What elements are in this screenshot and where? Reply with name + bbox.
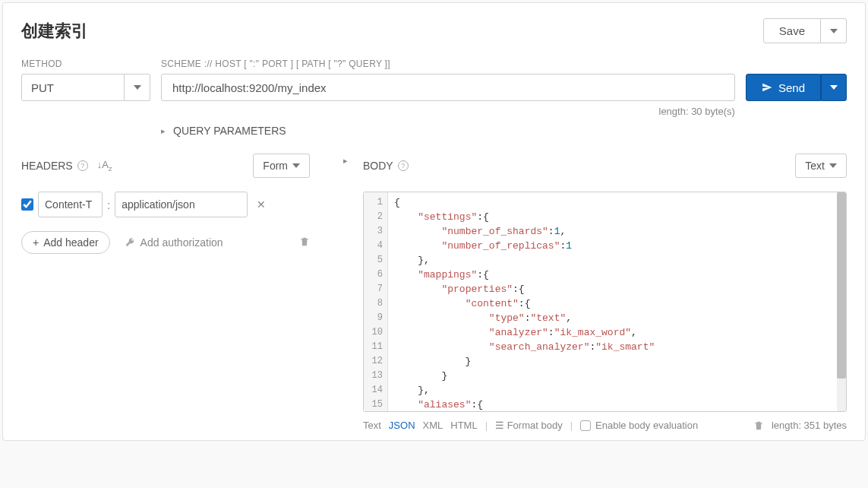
query-parameters-toggle[interactable]: ▸ QUERY PARAMETERS	[161, 125, 847, 137]
colon-separator: :	[107, 198, 110, 211]
body-panel: ▸ BODY ? Text 123456789101112131415 { "s…	[333, 154, 847, 431]
send-group: Send	[746, 74, 847, 101]
scrollbar-vertical[interactable]	[837, 192, 846, 411]
line-gutter: 123456789101112131415	[364, 192, 388, 411]
panels: HEADERS ? ↓AZ Form : ✕ + Add h	[21, 154, 847, 431]
method-select[interactable]: PUT	[21, 74, 150, 101]
chevron-down-icon	[830, 85, 838, 90]
add-authorization-button[interactable]: Add authorization	[125, 236, 223, 249]
clear-headers-icon[interactable]	[299, 236, 310, 249]
header-row: : ✕	[21, 192, 310, 217]
body-title: BODY	[363, 160, 393, 172]
body-title-group: BODY ?	[363, 160, 409, 172]
help-icon[interactable]: ?	[398, 160, 409, 171]
scheme-label: SCHEME :// HOST [ ":" PORT ] [ PATH [ "?…	[161, 59, 735, 69]
send-label: Send	[778, 81, 805, 94]
scrollbar-thumb[interactable]	[837, 192, 846, 379]
separator: |	[485, 420, 488, 431]
url-input[interactable]	[161, 74, 735, 101]
key-icon	[125, 237, 136, 248]
remove-header-icon[interactable]: ✕	[257, 198, 266, 211]
save-button[interactable]: Save	[763, 18, 821, 43]
code-area[interactable]: { "settings":{ "number_of_shards":1, "nu…	[388, 192, 846, 411]
titlebar: 创建索引 Save	[21, 18, 847, 43]
headers-actions: + Add header Add authorization	[21, 231, 310, 254]
send-spacer	[746, 59, 847, 69]
separator: |	[570, 420, 573, 431]
chevron-down-icon	[830, 29, 838, 33]
trash-icon	[299, 236, 310, 247]
add-header-button[interactable]: + Add header	[21, 231, 110, 254]
method-label: METHOD	[21, 59, 150, 69]
format-html[interactable]: HTML	[450, 420, 477, 431]
query-parameters-label: QUERY PARAMETERS	[173, 125, 286, 137]
method-value: PUT	[21, 74, 125, 101]
paper-plane-icon	[762, 82, 772, 93]
send-dropdown-button[interactable]	[821, 74, 847, 101]
checkbox-icon	[580, 420, 591, 431]
headers-panel-head: HEADERS ? ↓AZ Form	[21, 154, 310, 178]
format-xml[interactable]: XML	[423, 420, 443, 431]
format-text[interactable]: Text	[363, 420, 381, 431]
chevron-down-icon	[292, 163, 300, 168]
send-button[interactable]: Send	[746, 74, 821, 101]
headers-panel: HEADERS ? ↓AZ Form : ✕ + Add h	[21, 154, 333, 431]
chevron-down-icon	[829, 163, 837, 168]
body-view-mode[interactable]: Text	[795, 154, 847, 178]
enable-eval-toggle[interactable]: Enable body evaluation	[580, 420, 698, 431]
add-header-label: Add header	[43, 236, 98, 249]
method-caret[interactable]	[125, 74, 150, 101]
add-auth-label: Add authorization	[140, 236, 223, 249]
headers-title: HEADERS	[21, 160, 73, 172]
body-editor[interactable]: 123456789101112131415 { "settings":{ "nu…	[363, 192, 847, 412]
plus-icon: +	[33, 236, 39, 249]
request-row: METHOD PUT SCHEME :// HOST [ ":" PORT ] …	[21, 59, 847, 117]
headers-title-group: HEADERS ? ↓AZ	[21, 159, 112, 173]
page-title: 创建索引	[21, 20, 88, 43]
chevron-down-icon	[134, 85, 141, 90]
triangle-right-icon: ▸	[161, 126, 166, 136]
body-footer: Text JSON XML HTML | ☰ Format body | Ena…	[363, 420, 847, 431]
footer-right: length: 351 bytes	[753, 420, 847, 431]
header-value-input[interactable]	[115, 192, 248, 217]
header-enabled-checkbox[interactable]	[21, 198, 33, 211]
align-icon: ☰	[495, 420, 507, 431]
collapse-right-icon[interactable]: ▸	[343, 156, 348, 166]
body-view-label: Text	[805, 160, 825, 172]
send-column: Send	[746, 59, 847, 101]
method-column: METHOD PUT	[21, 59, 150, 101]
request-card: 创建索引 Save METHOD PUT SCHEME :// HOST [ "…	[2, 2, 866, 441]
save-group: Save	[763, 18, 847, 43]
url-column: SCHEME :// HOST [ ":" PORT ] [ PATH [ "?…	[161, 59, 735, 117]
trash-icon[interactable]	[753, 420, 764, 431]
body-panel-head: BODY ? Text	[363, 154, 847, 178]
help-icon[interactable]: ?	[77, 160, 88, 171]
body-length: length: 351 bytes	[772, 420, 847, 431]
header-name-input[interactable]	[38, 192, 103, 217]
sort-icon[interactable]: ↓AZ	[97, 159, 112, 173]
format-body-button[interactable]: ☰ Format body	[495, 420, 563, 431]
save-dropdown-button[interactable]	[821, 18, 847, 43]
url-length: length: 30 byte(s)	[161, 106, 735, 117]
format-json[interactable]: JSON	[389, 420, 415, 431]
headers-view-label: Form	[263, 160, 288, 172]
headers-view-mode[interactable]: Form	[253, 154, 310, 178]
